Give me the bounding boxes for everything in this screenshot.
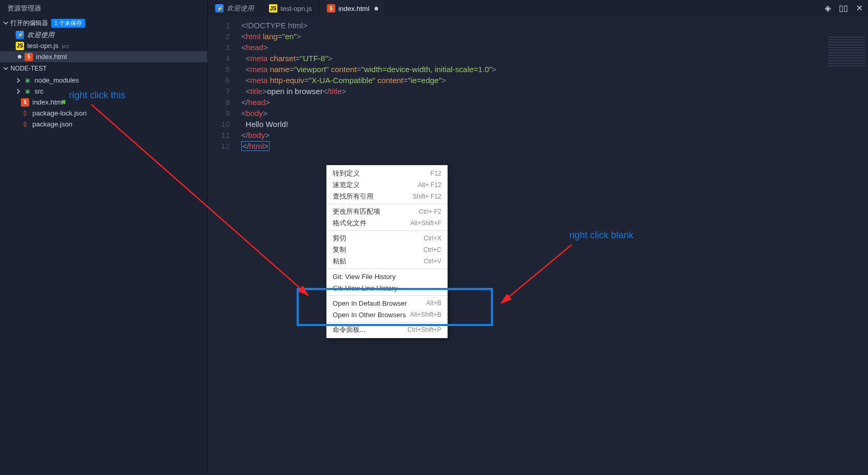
annotation-arrow-right xyxy=(0,0,868,475)
svg-line-1 xyxy=(501,245,572,303)
